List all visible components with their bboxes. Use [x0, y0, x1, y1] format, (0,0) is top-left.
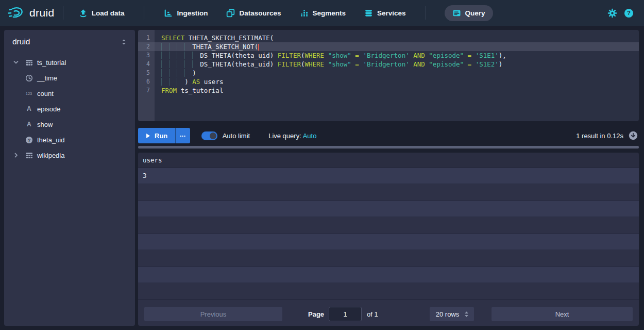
tree-item-wikipedia[interactable]: wikipedia: [4, 147, 135, 163]
code-text: ) AS users: [155, 77, 223, 86]
code-line-1: 1SELECT THETA_SKETCH_ESTIMATE(: [138, 34, 639, 42]
page-size-select[interactable]: 20 rows: [430, 307, 474, 321]
datasources-icon: [226, 9, 235, 18]
chevron-down-icon: [11, 59, 21, 65]
column-header-users[interactable]: users: [138, 156, 162, 164]
services-icon: [364, 9, 373, 18]
results-header-row: users: [138, 153, 639, 168]
nav-item-label: Datasources: [239, 9, 281, 17]
code-text: DS_THETA(theta_uid) FILTER(WHERE "show" …: [155, 60, 502, 69]
brand-name: druid: [29, 7, 55, 19]
tree-item-theta_uid[interactable]: ?theta_uid: [4, 132, 135, 147]
schema-name: druid: [12, 37, 30, 46]
pane-splitter[interactable]: [138, 146, 639, 148]
run-toolbar: Run ••• Auto limit Live query: Auto 1 re…: [138, 124, 639, 147]
line-number: 5: [138, 69, 155, 77]
table-row[interactable]: 3: [138, 168, 639, 184]
druid-logo-icon: [7, 6, 25, 20]
nav-item-ingestion[interactable]: Ingestion: [163, 5, 209, 21]
nav-item-load-data[interactable]: Load data: [78, 5, 126, 21]
run-button-group: Run •••: [138, 128, 190, 143]
tree-item-label: count: [37, 90, 54, 97]
tree-item-ts_tutorial[interactable]: ts_tutorial: [4, 55, 135, 70]
table-row-empty: [138, 250, 639, 267]
table-row-empty: [138, 234, 639, 250]
number-icon: 123: [24, 90, 34, 96]
tree-item-show[interactable]: Ashow: [4, 117, 135, 132]
nav-item-label: Load data: [92, 9, 125, 17]
datasource-tree: ts_tutorial__time123countAepisodeAshow?t…: [4, 52, 135, 163]
tree-item-episode[interactable]: Aepisode: [4, 101, 135, 117]
help-icon[interactable]: ?: [624, 8, 634, 18]
navbar-items: Load dataIngestionDatasourcesSegmentsSer…: [78, 5, 493, 21]
nav-item-label: Ingestion: [177, 9, 208, 17]
nav-item-query[interactable]: Query: [445, 5, 493, 21]
schema-sidebar: druid ts_tutorial__time123countAepisodeA…: [4, 30, 135, 326]
tree-item-label: ts_tutorial: [37, 59, 66, 67]
auto-limit-toggle[interactable]: [201, 131, 217, 140]
ingestion-icon: [164, 9, 173, 18]
query-editor[interactable]: 1SELECT THETA_SKETCH_ESTIMATE(2 THETA_SK…: [138, 30, 639, 121]
code-line-2: 2 THETA_SKETCH_NOT(: [138, 42, 639, 51]
previous-page-button[interactable]: Previous: [144, 307, 282, 321]
page-number-input[interactable]: [329, 307, 362, 321]
table-row-empty: [138, 201, 639, 217]
line-number: 6: [138, 77, 155, 86]
results-rows: 3: [138, 168, 639, 300]
tree-item-label: __time: [37, 74, 57, 82]
nav-item-segments[interactable]: Segments: [299, 5, 347, 21]
gear-icon[interactable]: [607, 8, 617, 18]
results-panel: users 3 Previous Page of 1 20 rows Next: [138, 153, 639, 326]
tree-item-__time[interactable]: __time: [4, 70, 135, 86]
run-button[interactable]: Run: [138, 128, 175, 143]
svg-text:A: A: [27, 121, 31, 128]
clock-icon: [24, 74, 34, 82]
line-number: 3: [138, 51, 155, 60]
line-number: 7: [138, 86, 155, 95]
table-icon: [24, 152, 34, 159]
navbar-divider: [144, 6, 144, 20]
code-line-5: 5 ): [138, 69, 639, 77]
line-number: 4: [138, 60, 155, 69]
auto-limit-label: Auto limit: [223, 132, 250, 140]
next-page-button[interactable]: Next: [492, 307, 633, 321]
nav-item-label: Services: [377, 9, 406, 17]
double-caret-icon: [121, 39, 127, 45]
navbar-divider: [63, 6, 63, 20]
live-query-value[interactable]: Auto: [303, 132, 317, 140]
code-line-4: 4 DS_THETA(theta_uid) FILTER(WHERE "show…: [138, 60, 639, 69]
page-label: Page: [308, 310, 324, 318]
nav-item-label: Segments: [313, 9, 346, 17]
live-query-caption: Live query:: [268, 132, 301, 140]
code-line-6: 6 ) AS users: [138, 77, 639, 86]
line-number: 1: [138, 34, 155, 42]
tree-item-label: theta_uid: [37, 136, 65, 144]
pagination-bar: Previous Page of 1 20 rows Next: [138, 302, 639, 326]
text-cursor: [258, 44, 259, 51]
code-text: THETA_SKETCH_NOT(: [155, 42, 259, 51]
code-text: FROM ts_tutorial: [155, 86, 223, 95]
line-number: 2: [138, 42, 155, 51]
nav-item-datasources[interactable]: Datasources: [225, 5, 282, 21]
code-text: ): [155, 69, 196, 77]
download-icon[interactable]: [629, 131, 638, 140]
druid-home-link[interactable]: druid: [7, 6, 55, 20]
page-size-value: 20 rows: [436, 310, 460, 318]
table-icon: [24, 59, 34, 66]
nav-item-services[interactable]: Services: [363, 5, 407, 21]
tree-item-count[interactable]: 123count: [4, 86, 135, 101]
code-text: DS_THETA(theta_uid) FILTER(WHERE "show" …: [155, 51, 506, 60]
schema-selector[interactable]: druid: [4, 30, 135, 52]
query-view: 1SELECT THETA_SKETCH_ESTIMATE(2 THETA_SK…: [138, 30, 639, 326]
string-icon: A: [24, 105, 34, 112]
unknown-icon: ?: [24, 136, 34, 144]
nav-item-label: Query: [465, 9, 485, 17]
play-icon: [146, 133, 150, 139]
chevron-right-icon: [11, 152, 21, 158]
table-row-empty: [138, 217, 639, 234]
run-more-button[interactable]: •••: [175, 128, 190, 143]
table-row-empty: [138, 267, 639, 283]
tree-item-label: episode: [37, 105, 61, 113]
table-row-empty: [138, 184, 639, 201]
table-cell[interactable]: 3: [138, 172, 147, 179]
